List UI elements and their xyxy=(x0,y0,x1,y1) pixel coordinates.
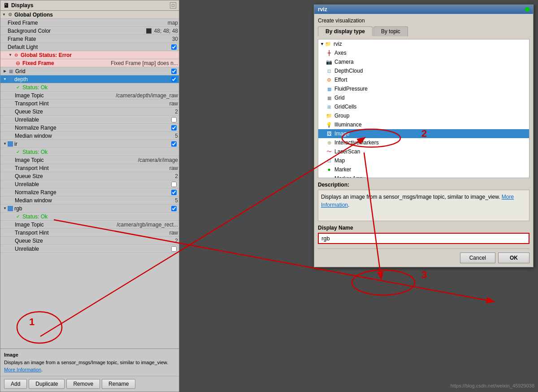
watermark: https://blog.csdn.net/weixin_45929038 xyxy=(451,383,534,388)
color-swatch[interactable] xyxy=(146,28,152,34)
remove-button[interactable]: Remove xyxy=(66,379,100,389)
ir-normalize-checkbox[interactable] xyxy=(171,190,177,195)
background-color-label: Background Color xyxy=(8,28,146,34)
axes-icon: ╋ xyxy=(325,49,333,57)
tree-root-rviz[interactable]: ▼ 📁 rviz xyxy=(318,39,529,48)
fixed-frame-row: Fixed Frame map xyxy=(0,19,179,27)
ir-unreliable-checkbox[interactable] xyxy=(171,182,177,187)
tree-item-map[interactable]: ⊡ Map xyxy=(318,156,529,165)
error-circle-icon: ⊖ xyxy=(13,52,19,58)
tree-item-fluidpressure[interactable]: ▦ FluidPressure xyxy=(318,84,529,93)
check-icon-depth: ✓ xyxy=(15,84,21,91)
rviz-body: Create visualization By display type By … xyxy=(314,14,533,267)
depth-unreliable-checkbox-cell xyxy=(170,117,178,122)
tree-item-group[interactable]: 📁 Group xyxy=(318,111,529,120)
tree-item-image[interactable]: 🖼 Image xyxy=(318,129,529,138)
depth-queue-value: 2 xyxy=(175,109,178,115)
ok-button-dialog[interactable]: OK xyxy=(498,253,529,263)
description-text-box: Displays an image from a sensor_msgs/Ima… xyxy=(318,190,529,221)
rviz-titlebar: rviz xyxy=(314,5,533,14)
depth-label: depth xyxy=(14,76,170,83)
ir-checkbox[interactable] xyxy=(171,141,177,147)
global-status-header[interactable]: ▼ ⊖ Global Status: Error xyxy=(0,51,179,59)
default-light-checkbox[interactable] xyxy=(171,44,177,50)
tree-item-markerarray[interactable]: ● Marker Array xyxy=(318,174,529,178)
interactivemarkers-label: InteractiveMarkers xyxy=(334,139,379,146)
gridcells-label: GridCells xyxy=(334,104,356,110)
depth-image-topic-value: /camera/depth/image_raw xyxy=(116,92,178,99)
tree-item-gridcells[interactable]: ⊞ GridCells xyxy=(318,102,529,111)
ir-unreliable-checkbox-cell xyxy=(170,182,178,187)
displays-buttons: Add Duplicate Remove Rename xyxy=(0,376,179,392)
displays-titlebar: 🖥 Displays □ xyxy=(0,0,179,11)
fixed-frame-label: Fixed Frame xyxy=(8,20,166,26)
global-status-arrow[interactable]: ▼ xyxy=(8,52,13,58)
rgb-image-topic-row: Image Topic /camera/rgb/image_rect... xyxy=(0,221,179,229)
cancel-button-dialog[interactable]: Cancel xyxy=(460,253,495,263)
displays-panel: 🖥 Displays □ ▼ ⚙ Global Options Fixed Fr… xyxy=(0,0,179,392)
image-label: Image xyxy=(334,131,349,137)
tree-item-laserscan[interactable]: 〜 LaserScan xyxy=(318,147,529,156)
tree-item-depthcloud[interactable]: ⊡ DepthCloud xyxy=(318,66,529,75)
depth-median-value: 5 xyxy=(175,133,178,139)
rgb-checkbox[interactable] xyxy=(171,206,177,211)
depth-unreliable-checkbox[interactable] xyxy=(171,117,177,122)
ir-transport-value: raw xyxy=(169,165,178,171)
restore-button[interactable]: □ xyxy=(170,2,176,9)
markerarray-label: Marker Array xyxy=(334,175,365,178)
rgb-queue-value: 2 xyxy=(175,238,178,244)
background-color-row: Background Color 48; 48; 48 xyxy=(0,27,179,35)
rviz-dialog: rviz Create visualization By display typ… xyxy=(314,4,534,267)
grid-row[interactable]: ▶ ▦ Grid xyxy=(0,67,179,75)
map-icon: ⊡ xyxy=(325,157,333,164)
displays-bottom: Image Displays an image from a sensor_ms… xyxy=(0,348,179,392)
ir-image-topic-value: /camera/ir/image xyxy=(138,157,178,163)
group-icon: 📁 xyxy=(325,112,333,119)
create-viz-title: Create visualization xyxy=(318,17,529,24)
grid-expand[interactable]: ▶ xyxy=(2,69,8,74)
ir-expand[interactable]: ▼ xyxy=(2,141,8,147)
description-section: Description: Displays an image from a se… xyxy=(318,182,529,221)
ir-icon xyxy=(8,141,13,147)
tree-item-camera[interactable]: 📷 Camera xyxy=(318,57,529,66)
depth-expand[interactable]: ▼ xyxy=(2,77,8,82)
frame-rate-row: Frame Rate 30 xyxy=(0,35,179,43)
rgb-row[interactable]: ▼ rgb xyxy=(0,205,179,213)
ir-row[interactable]: ▼ ir xyxy=(0,140,179,148)
fixed-frame-error-value: Fixed Frame [map] does n... xyxy=(111,60,178,66)
tree-item-marker[interactable]: ● Marker xyxy=(318,165,529,174)
rename-button[interactable]: Rename xyxy=(102,379,135,389)
add-button[interactable]: Add xyxy=(4,379,27,389)
depth-checkbox[interactable] xyxy=(171,77,177,82)
rgb-queue-label: Queue Size xyxy=(15,238,173,244)
rgb-unreliable-checkbox[interactable] xyxy=(171,246,177,252)
ir-median-row: Median window 5 xyxy=(0,196,179,205)
depth-median-label: Median window xyxy=(15,133,173,139)
viz-tree: ▼ 📁 rviz ╋ Axes 📷 Camera ⊡ DepthCloud ⚙ xyxy=(318,39,529,178)
ir-image-topic-row: Image Topic /camera/ir/image xyxy=(0,156,179,164)
grid-icon: ▦ xyxy=(8,68,14,74)
tab-by-display-type[interactable]: By display type xyxy=(318,26,373,36)
display-description: Image Displays an image from a sensor_ms… xyxy=(0,349,179,376)
marker-label: Marker xyxy=(334,166,351,173)
grid-checkbox[interactable] xyxy=(171,69,177,74)
rgb-expand[interactable]: ▼ xyxy=(2,206,8,211)
effort-icon: ⚙ xyxy=(325,76,333,83)
expand-arrow[interactable]: ▼ xyxy=(1,12,7,17)
annotation-3: 3 xyxy=(421,269,427,281)
global-options-header[interactable]: ▼ ⚙ Global Options xyxy=(0,11,179,19)
fixed-frame-value: map xyxy=(168,20,178,26)
tree-item-interactivemarkers[interactable]: ⊕ InteractiveMarkers xyxy=(318,138,529,147)
tab-by-topic[interactable]: By topic xyxy=(373,26,408,36)
depth-normalize-checkbox[interactable] xyxy=(171,125,177,131)
tree-item-axes[interactable]: ╋ Axes xyxy=(318,48,529,57)
tree-item-effort[interactable]: ⚙ Effort xyxy=(318,75,529,84)
description-more-link[interactable]: More Information xyxy=(4,367,41,372)
tree-item-grid[interactable]: ▦ Grid xyxy=(318,93,529,102)
duplicate-button[interactable]: Duplicate xyxy=(29,379,65,389)
axes-label: Axes xyxy=(334,50,347,56)
display-name-input[interactable] xyxy=(318,233,529,244)
tree-item-illuminance[interactable]: 💡 Illuminance xyxy=(318,120,529,129)
depth-transport-hint-row: Transport Hint raw xyxy=(0,100,179,108)
depth-row[interactable]: ▼ depth xyxy=(0,75,179,83)
